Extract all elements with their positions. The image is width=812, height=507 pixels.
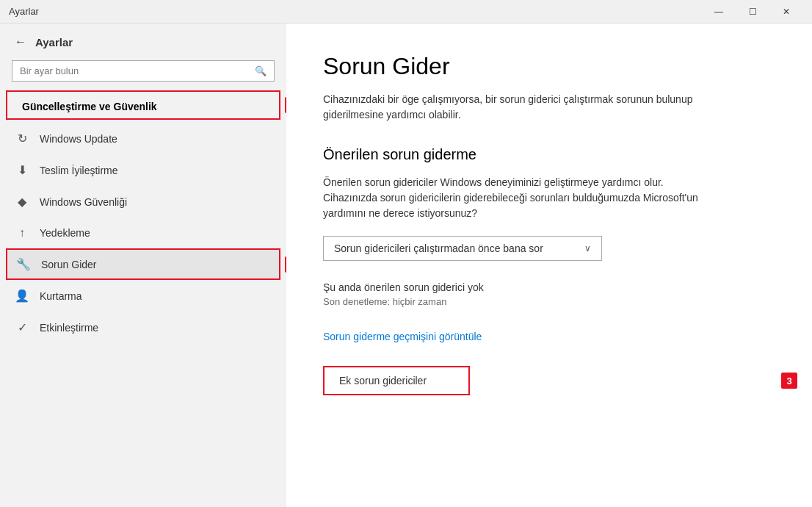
nav-list: ↻Windows Update⬇Teslim İyileştirme◆Windo… bbox=[0, 123, 286, 343]
sidebar-item-label-guvenlik: Windows Güvenliği bbox=[40, 196, 127, 208]
sidebar-item-label-yedekleme: Yedekleme bbox=[40, 227, 90, 239]
windows-update-icon: ↻ bbox=[15, 132, 29, 145]
sidebar-item-yedekleme[interactable]: ↑Yedekleme bbox=[0, 217, 286, 248]
dropdown-value: Sorun gidericileri çalıştırmadan önce ba… bbox=[334, 242, 543, 254]
section-title: Önerilen sorun giderme bbox=[323, 146, 775, 163]
sidebar-item-guvenlik[interactable]: ◆Windows Güvenliği bbox=[0, 186, 286, 217]
guvenlik-icon: ◆ bbox=[15, 195, 29, 209]
sidebar-item-label-windows-update: Windows Update bbox=[40, 133, 117, 145]
sidebar-item-windows-update[interactable]: ↻Windows Update bbox=[0, 123, 286, 154]
search-input[interactable] bbox=[20, 65, 250, 76]
sidebar-item-teslim[interactable]: ⬇Teslim İyileştirme bbox=[0, 154, 286, 186]
sidebar-item-label-sorun-gider: Sorun Gider bbox=[41, 259, 96, 270]
sidebar-item-etkinlestirme[interactable]: ✓Etkinleştirme bbox=[0, 312, 286, 343]
app-title: Ayarlar bbox=[9, 6, 39, 17]
section-badge: 1 bbox=[285, 97, 286, 113]
page-desc: Cihazınızdaki bir öge çalışmıyorsa, bir … bbox=[323, 92, 705, 123]
yedekleme-icon: ↑ bbox=[15, 226, 29, 240]
etkinlestirme-icon: ✓ bbox=[15, 320, 29, 334]
active-item-badge: 2 bbox=[285, 256, 286, 273]
sidebar-item-label-teslim: Teslim İyileştirme bbox=[40, 165, 118, 176]
main-panel: Sorun Gider Cihazınızdaki bir öge çalışm… bbox=[286, 24, 812, 507]
sidebar: ← Ayarlar 🔍 Güncelleştirme ve Güvenlik 1… bbox=[0, 24, 286, 507]
no-troubleshooter-text: Şu anda önerilen sorun giderici yok bbox=[323, 281, 775, 293]
maximize-button[interactable]: ☐ bbox=[736, 0, 769, 24]
section-header: Güncelleştirme ve Güvenlik 1 bbox=[6, 90, 280, 120]
extra-btn-badge: 3 bbox=[781, 373, 797, 389]
sidebar-item-label-kurtarma: Kurtarma bbox=[40, 290, 82, 302]
sidebar-item-sorun-gider[interactable]: 🔧Sorun Gider2 bbox=[6, 248, 280, 280]
dropdown-select[interactable]: Sorun gidericileri çalıştırmadan önce ba… bbox=[323, 236, 602, 261]
last-check-text: Son denetleme: hiçbir zaman bbox=[323, 296, 775, 307]
sidebar-item-kurtarma[interactable]: 👤Kurtarma bbox=[0, 280, 286, 312]
sorun-gider-icon: 🔧 bbox=[16, 257, 31, 271]
titlebar-left: Ayarlar bbox=[9, 6, 39, 17]
app-body: ← Ayarlar 🔍 Güncelleştirme ve Güvenlik 1… bbox=[0, 24, 812, 507]
teslim-icon: ⬇ bbox=[15, 163, 29, 177]
titlebar: Ayarlar — ☐ ✕ bbox=[0, 0, 812, 24]
section-desc: Önerilen sorun gidericiler Windows deney… bbox=[323, 175, 705, 221]
kurtarma-icon: 👤 bbox=[15, 289, 29, 303]
extra-troubleshooters-button[interactable]: Ek sorun gidericiler bbox=[323, 366, 470, 395]
chevron-down-icon: ∨ bbox=[584, 243, 591, 254]
back-button[interactable]: ← bbox=[15, 35, 26, 48]
sidebar-header: ← Ayarlar bbox=[0, 24, 286, 60]
close-button[interactable]: ✕ bbox=[769, 0, 803, 24]
sidebar-item-label-etkinlestirme: Etkinleştirme bbox=[40, 322, 98, 334]
sidebar-title: Ayarlar bbox=[35, 36, 73, 48]
search-icon: 🔍 bbox=[255, 65, 267, 76]
minimize-button[interactable]: — bbox=[702, 0, 736, 24]
history-link[interactable]: Sorun giderme geçmişini görüntüle bbox=[323, 331, 775, 342]
page-title: Sorun Gider bbox=[323, 53, 775, 80]
search-box[interactable]: 🔍 bbox=[12, 60, 275, 82]
titlebar-controls: — ☐ ✕ bbox=[702, 0, 803, 24]
